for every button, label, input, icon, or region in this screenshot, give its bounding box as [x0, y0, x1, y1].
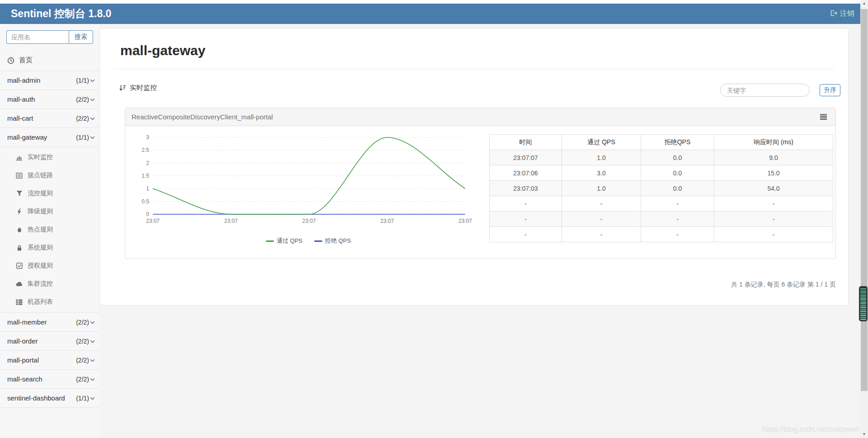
chevron-down-icon	[90, 397, 95, 400]
sub-item-label: 降级规则	[28, 207, 53, 216]
x-tick-label: 23:07	[380, 218, 394, 224]
scroll-down-arrow-icon[interactable]: ▼	[860, 431, 868, 438]
logout-icon	[830, 9, 838, 19]
app-count: (2/2)	[76, 357, 89, 364]
sidebar-app-mall-member[interactable]: mall-member (2/2)	[0, 313, 99, 332]
sub-item-label: 系统规则	[28, 244, 53, 252]
app-count: (1/1)	[76, 134, 89, 141]
app-name: mall-search	[7, 375, 42, 383]
table-cell: -	[714, 196, 833, 212]
sidebar-sub-cluster-flow[interactable]: 集群流控	[0, 275, 99, 293]
table-row: - - - -	[490, 196, 833, 212]
y-tick-label: 2	[146, 160, 149, 166]
app-name: mall-portal	[7, 356, 39, 364]
table-row: - - - -	[490, 227, 833, 242]
sidebar-app-mall-portal[interactable]: mall-portal (2/2)	[0, 351, 99, 370]
table-cell: 0.0	[641, 165, 714, 181]
table-row: 23:07:06 3.0 0.0 15.0	[490, 165, 833, 181]
sidebar-app-mall-search[interactable]: mall-search (2/2)	[0, 370, 99, 389]
table-cell: 9.0	[714, 150, 833, 165]
scrollbar-thumb[interactable]	[861, 9, 868, 391]
y-tick-label: 0.5	[142, 198, 149, 205]
resource-monitor-panel: ReactiveCompositeDiscoveryClient_mall-po…	[125, 108, 836, 259]
sidebar-sub-hotspot-rules[interactable]: 热点规则	[0, 221, 99, 239]
sidebar-item-home[interactable]: 首页	[0, 50, 99, 71]
legend-label: 拒绝 QPS	[325, 237, 351, 245]
sidebar-sub-authority-rules[interactable]: 授权规则	[0, 257, 99, 275]
table-cell: -	[562, 212, 641, 227]
page-title: mall-gateway	[120, 43, 205, 58]
app-count: (1/1)	[76, 395, 89, 402]
app-count: (1/1)	[76, 77, 89, 84]
fire-icon	[15, 226, 23, 233]
sidebar-app-mall-gateway[interactable]: mall-gateway (1/1)	[0, 128, 99, 147]
column-header: 时间	[490, 135, 562, 150]
chevron-down-icon	[90, 98, 95, 101]
table-cell: -	[562, 227, 641, 242]
chart-bars-icon	[15, 154, 23, 161]
y-tick-label: 1	[146, 185, 149, 192]
keyword-search-input[interactable]	[720, 84, 810, 97]
y-tick-label: 3	[146, 134, 149, 141]
legend-item-reject-qps[interactable]: 拒绝 QPS	[314, 237, 351, 245]
legend-item-pass-qps[interactable]: 通过 QPS	[266, 237, 302, 245]
realtime-monitor-section-title: 实时监控	[119, 84, 157, 92]
sidebar-sub-cluster-link[interactable]: 簇点链路	[0, 166, 99, 184]
app-name: mall-cart	[7, 114, 33, 122]
dashboard-icon	[7, 57, 14, 64]
app-count: (2/2)	[76, 115, 89, 122]
sidebar-app-sentinel-dashboard[interactable]: sentinel-dashboard (1/1)	[0, 389, 99, 408]
scrollbar-marker-overlay	[859, 286, 868, 321]
table-cell: 23:07:03	[490, 181, 562, 196]
sidebar-sub-machine-list[interactable]: 机器列表	[0, 293, 99, 311]
app-name: mall-member	[7, 318, 47, 326]
app-search-group: 搜索	[6, 30, 93, 44]
table-cell: -	[641, 227, 714, 242]
th-list-icon	[15, 299, 23, 305]
list-icon	[15, 172, 23, 179]
sort-ascending-button[interactable]: 升序	[820, 84, 840, 96]
x-tick-label: 23:07	[224, 218, 238, 224]
sidebar-sub-flow-rules[interactable]: 流控规则	[0, 184, 99, 203]
sidebar-app-mall-cart[interactable]: mall-cart (2/2)	[0, 109, 99, 128]
table-cell: -	[714, 227, 833, 242]
vertical-scrollbar: ▲ ▼	[860, 0, 868, 438]
sidebar-app-mall-order[interactable]: mall-order (2/2)	[0, 332, 99, 351]
app-search-input[interactable]	[6, 30, 69, 44]
app-count: (2/2)	[76, 376, 89, 383]
chevron-down-icon	[90, 321, 95, 324]
sidebar-sub-realtime-monitor[interactable]: 实时监控	[0, 148, 99, 166]
sub-item-label: 热点规则	[28, 226, 53, 234]
table-cell: -	[490, 196, 562, 212]
sub-item-label: 集群流控	[28, 280, 53, 288]
table-header-row: 时间 通过 QPS 拒绝QPS 响应时间 (ms)	[490, 135, 833, 150]
sidebar-app-mall-admin[interactable]: mall-admin (1/1)	[0, 71, 99, 90]
logout-link[interactable]: 注销	[830, 4, 854, 24]
chevron-down-icon	[90, 340, 95, 343]
chart-legend: 通过 QPS 拒绝 QPS	[137, 237, 480, 245]
x-tick-label: 23:07	[302, 218, 316, 224]
chevron-down-icon	[90, 79, 95, 82]
table-cell: 23:07:07	[490, 150, 562, 165]
main-content-card: mall-gateway 实时监控 升序 ReactiveCompositeDi…	[99, 28, 849, 306]
app-name: mall-admin	[7, 76, 40, 84]
section-title-text: 实时监控	[130, 84, 157, 92]
sidebar-sub-degrade-rules[interactable]: 降级规则	[0, 203, 99, 221]
app-title: Sentinel 控制台 1.8.0	[11, 4, 111, 24]
column-header: 通过 QPS	[562, 135, 641, 150]
table-row: - - - -	[490, 212, 833, 227]
page-top-strip	[0, 0, 868, 4]
sidebar-app-mall-auth[interactable]: mall-auth (2/2)	[0, 90, 99, 109]
pagination-summary: 共 1 条记录, 每页 6 条记录 第 1 / 1 页	[731, 281, 836, 289]
legend-label: 通过 QPS	[277, 237, 302, 245]
table-cell: 3.0	[562, 165, 641, 181]
menu-hamburger-icon[interactable]	[820, 114, 827, 120]
scroll-up-arrow-icon[interactable]: ▲	[860, 0, 868, 7]
app-search-button[interactable]: 搜索	[69, 30, 93, 44]
legend-dash-green	[266, 240, 274, 242]
table-cell: -	[714, 212, 833, 227]
chevron-down-icon	[90, 359, 95, 362]
table-cell: 23:07:06	[490, 165, 562, 181]
table-cell: 1.0	[562, 181, 641, 196]
sidebar-sub-system-rules[interactable]: 系统规则	[0, 239, 99, 257]
